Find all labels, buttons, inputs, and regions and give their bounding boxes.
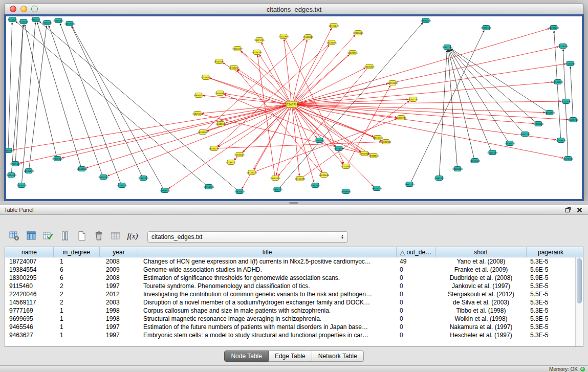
close-button[interactable] — [10, 6, 16, 12]
network-node[interactable]: 16345810 — [24, 169, 34, 173]
network-node[interactable]: 16047710 — [520, 132, 530, 137]
table-cell[interactable]: Tibbo et al. (1998) — [435, 307, 527, 315]
network-node[interactable]: 15936710 — [272, 187, 282, 192]
table-cell[interactable]: 2009 — [100, 266, 138, 274]
network-node[interactable]: 9554624 — [8, 17, 17, 22]
table-cell[interactable]: 5.3E-5 — [527, 331, 575, 339]
delete-table-button[interactable] — [92, 229, 106, 243]
table-cell[interactable]: 0 — [397, 331, 435, 339]
table-cell[interactable]: 0 — [397, 315, 435, 323]
network-node[interactable]: 16155275 — [329, 24, 339, 28]
table-cell[interactable]: 1 — [54, 323, 100, 331]
network-node[interactable]: 14136510 — [553, 80, 563, 84]
network-node[interactable]: 16447794 — [442, 45, 452, 50]
table-cell[interactable]: 1 — [54, 307, 100, 315]
table-cell[interactable]: 1 — [54, 315, 100, 323]
network-node[interactable]: 15056804 — [215, 91, 225, 96]
table-row[interactable]: 1830029562008Estimation of significance … — [5, 274, 575, 282]
network-node[interactable]: 16158710 — [568, 118, 578, 122]
table-selector-dropdown[interactable]: citations_edges.txt ▲▼ — [147, 231, 348, 243]
network-node[interactable]: 13914510 — [204, 185, 214, 189]
network-node[interactable]: 15825134 — [192, 112, 203, 116]
network-node[interactable]: 18170910 — [563, 157, 573, 161]
network-node[interactable]: 10781210 — [117, 183, 127, 188]
table-cell[interactable]: 1997 — [100, 282, 138, 290]
network-node[interactable]: 11892310 — [138, 176, 148, 181]
table-cell[interactable]: 19384554 — [5, 266, 54, 274]
table-cell[interactable]: Investigating the contribution of common… — [138, 290, 397, 298]
table-cell[interactable]: 0 — [397, 290, 435, 298]
network-node[interactable]: 16040331 — [364, 64, 375, 69]
network-node[interactable]: 16815716 — [373, 136, 383, 140]
network-node[interactable]: 17240701 — [285, 101, 298, 107]
table-cell[interactable]: 2 — [54, 282, 100, 290]
network-node[interactable]: 19981110 — [404, 182, 415, 187]
table-cell[interactable]: de Silva et al. (2003) — [435, 298, 527, 307]
table-cell[interactable]: 22420046 — [5, 290, 54, 298]
table-cell[interactable]: Nakamura et al. (1997) — [435, 323, 527, 331]
network-node[interactable]: 19081010 — [421, 18, 431, 23]
network-node[interactable]: 17456910 — [52, 157, 62, 161]
network-node[interactable]: 16251902 — [387, 81, 398, 85]
close-panel-button[interactable] — [575, 206, 584, 213]
network-node[interactable]: 10992210 — [434, 176, 444, 181]
table-cell[interactable]: 9465546 — [5, 323, 54, 331]
network-node[interactable]: 19401597 — [232, 47, 243, 51]
table-row[interactable]: 946554611997Estimation of the future num… — [5, 323, 575, 331]
network-node[interactable]: 12620648 — [319, 173, 329, 178]
vertical-scrollbar[interactable] — [575, 257, 583, 346]
network-node[interactable]: 19103784 — [252, 50, 262, 55]
minimize-button[interactable] — [20, 6, 27, 12]
table-cell[interactable]: Wolkin et al. (1998) — [435, 315, 527, 323]
table-cell[interactable]: 0 — [397, 298, 435, 307]
network-node[interactable]: 17463246 — [229, 65, 239, 70]
network-node[interactable]: 17637804 — [278, 34, 289, 39]
column-header-pagerank[interactable]: pagerank — [527, 247, 575, 257]
table-cell[interactable]: 0 — [397, 282, 435, 290]
network-node[interactable]: 12903410 — [160, 188, 170, 193]
network-node[interactable]: 15520801 — [303, 35, 313, 39]
table-cell[interactable]: 2 — [54, 290, 100, 298]
table-cell[interactable]: 18300295 — [5, 274, 54, 282]
network-node[interactable]: 11052404 — [64, 21, 75, 26]
table-cell[interactable]: Jankovic et al. (1997) — [435, 282, 527, 290]
network-node[interactable]: 12574133 — [334, 146, 344, 151]
tab-node-table[interactable]: Node Table — [224, 351, 269, 362]
table-row[interactable]: 1938455462009Genome-wide association stu… — [5, 266, 575, 274]
table-row[interactable]: 977716911998Corpus callosum shape and si… — [5, 307, 575, 315]
network-canvas[interactable]: 1724070116815716187169151531290112620648… — [6, 16, 582, 198]
table-cell[interactable]: Embryonic stem cells: a model to study s… — [138, 331, 397, 339]
network-node[interactable]: 17554300 — [295, 177, 305, 181]
network-node[interactable]: 15312901 — [341, 164, 351, 169]
table-cell[interactable]: 0 — [397, 266, 435, 274]
splitter-grip[interactable] — [289, 202, 298, 204]
network-node[interactable]: 16947810 — [310, 183, 320, 188]
network-node[interactable]: 19565401 — [270, 176, 280, 181]
network-node[interactable]: 18970010 — [372, 186, 382, 191]
table-cell[interactable]: 5.3E-5 — [527, 307, 575, 315]
network-node[interactable]: 18544031 — [214, 59, 224, 64]
table-cell[interactable]: 5.3E-5 — [527, 298, 575, 307]
table-cell[interactable]: 1998 — [100, 307, 138, 315]
table-row[interactable]: 969969511998Structural magnetic resonanc… — [5, 315, 575, 323]
network-node[interactable]: 19679110 — [98, 175, 108, 180]
network-node[interactable]: 10092110 — [481, 26, 491, 30]
network-node[interactable]: 15130121 — [234, 152, 245, 157]
table-row[interactable]: 2242004622012Investigating the contribut… — [5, 290, 575, 298]
table-row[interactable]: 946362711997Embryonic stem cells: a mode… — [5, 331, 575, 339]
table-cell[interactable]: 9115460 — [5, 282, 54, 290]
table-cell[interactable]: Changes of HCN gene expression and I(f) … — [138, 257, 397, 266]
column-header-in_degree[interactable]: in_degree — [54, 247, 100, 257]
table-cell[interactable]: 2003 — [100, 298, 138, 307]
tab-network-table[interactable]: Network Table — [312, 351, 364, 362]
network-node[interactable]: 12114310 — [558, 44, 568, 49]
table-cell[interactable]: Dudbridge et al. (2008) — [435, 274, 527, 282]
network-node[interactable]: 10034507 — [42, 20, 52, 25]
network-node[interactable]: 12003310 — [452, 167, 463, 171]
float-panel-button[interactable] — [563, 206, 573, 213]
zoom-button[interactable] — [31, 6, 38, 12]
table-cell[interactable]: 9777169 — [5, 307, 54, 315]
table-mode-button[interactable] — [7, 229, 21, 243]
network-view[interactable]: 1724070116815716187169151531290112620648… — [4, 14, 584, 201]
network-node[interactable]: 9862610 — [31, 17, 40, 22]
